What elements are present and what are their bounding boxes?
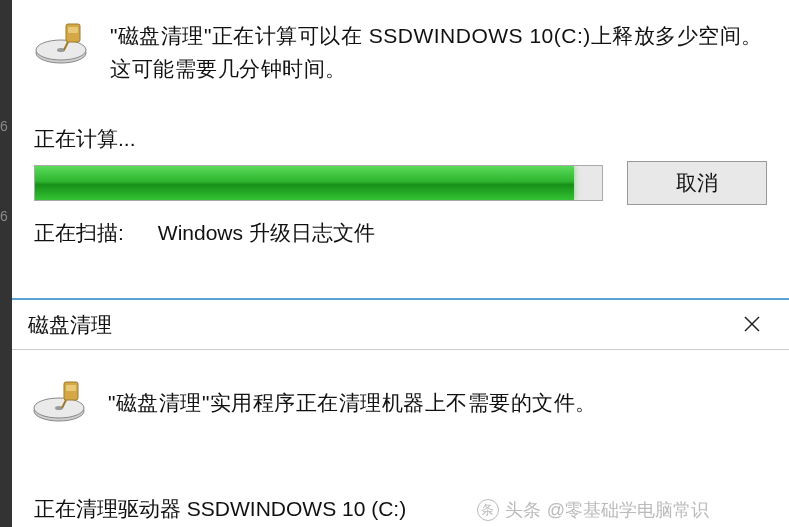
progress-fill	[35, 166, 574, 200]
left-mark-2: 6	[0, 208, 10, 224]
left-mark-1: 6	[0, 118, 10, 134]
watermark: 条 头条 @零基础学电脑常识	[477, 498, 709, 522]
cleaning-message: "磁盘清理"实用程序正在清理机器上不需要的文件。	[108, 387, 597, 420]
disk-cleanup-icon	[34, 20, 92, 70]
bottom-partial-text: 正在清理驱动器 SSDWINDOWS 10 (C:)	[34, 495, 406, 523]
scanning-label: 正在扫描:	[34, 219, 124, 247]
watermark-prefix: 头条	[505, 498, 541, 522]
toutiao-icon: 条	[477, 499, 499, 521]
disk-cleanup-calculating-dialog: "磁盘清理"正在计算可以在 SSDWINDOWS 10(C:)上释放多少空间。这…	[12, 0, 789, 298]
scanning-target: Windows 升级日志文件	[158, 219, 375, 247]
close-button[interactable]	[733, 306, 771, 344]
svg-rect-11	[66, 385, 76, 391]
dialog-titlebar: 磁盘清理	[10, 300, 789, 350]
disk-cleanup-cleaning-dialog: 磁盘清理 "磁盘清理"实用程序正在清理机器	[10, 298, 789, 448]
left-edge-strip	[0, 0, 12, 527]
calculating-label: 正在计算...	[34, 125, 767, 153]
watermark-text: @零基础学电脑常识	[547, 498, 709, 522]
disk-cleanup-icon	[32, 378, 90, 428]
close-icon	[743, 311, 761, 339]
cancel-button[interactable]: 取消	[627, 161, 767, 205]
calculating-message: "磁盘清理"正在计算可以在 SSDWINDOWS 10(C:)上释放多少空间。这…	[110, 20, 767, 85]
progress-bar	[34, 165, 603, 201]
svg-rect-4	[68, 27, 78, 33]
dialog-title: 磁盘清理	[28, 311, 112, 339]
